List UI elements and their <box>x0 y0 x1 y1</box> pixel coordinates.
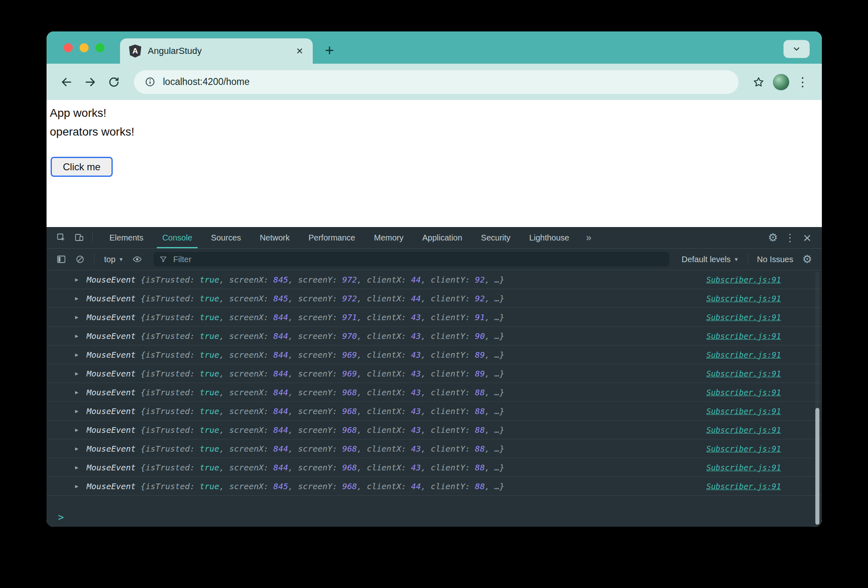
tab-sources[interactable]: Sources <box>202 227 250 248</box>
expand-triangle-icon[interactable]: ▶ <box>75 483 82 489</box>
log-preview: MouseEvent {isTrusted: true, screenX: 84… <box>87 369 702 379</box>
devtools-close-button[interactable]: × <box>799 229 815 246</box>
expand-triangle-icon[interactable]: ▶ <box>75 276 82 283</box>
bookmark-star-button[interactable] <box>749 73 768 91</box>
live-expression-button[interactable] <box>129 251 145 267</box>
browser-window: A AngularStudy × + localhost:4200/home <box>47 31 822 527</box>
source-link[interactable]: Subscriber.js:91 <box>706 369 781 378</box>
filter-funnel-icon <box>159 255 167 263</box>
click-me-button[interactable]: Click me <box>51 157 113 177</box>
source-link[interactable]: Subscriber.js:91 <box>706 350 781 359</box>
tab-title: AngularStudy <box>148 46 289 56</box>
console-log-row[interactable]: ▶ MouseEvent {isTrusted: true, screenX: … <box>47 477 822 496</box>
scrollbar-thumb[interactable] <box>815 408 819 525</box>
console-log-row[interactable]: ▶ MouseEvent {isTrusted: true, screenX: … <box>47 439 822 458</box>
console-log-list: ▶ MouseEvent {isTrusted: true, screenX: … <box>47 270 822 508</box>
source-link[interactable]: Subscriber.js:91 <box>706 444 781 453</box>
tab-elements[interactable]: Elements <box>100 227 153 248</box>
console-filter-box[interactable] <box>154 252 669 267</box>
expand-triangle-icon[interactable]: ▶ <box>75 445 82 452</box>
source-link[interactable]: Subscriber.js:91 <box>706 482 781 491</box>
window-minimize-button[interactable] <box>80 43 89 52</box>
console-log-row[interactable]: ▶ MouseEvent {isTrusted: true, screenX: … <box>47 308 822 327</box>
tab-console[interactable]: Console <box>153 227 201 248</box>
desktop-background: A AngularStudy × + localhost:4200/home <box>0 0 868 588</box>
log-levels-dropdown[interactable]: Default levels ▾ <box>677 255 742 264</box>
divider <box>92 232 93 243</box>
devtools-menu-button[interactable]: ⋮ <box>782 229 798 246</box>
log-preview: MouseEvent {isTrusted: true, screenX: 84… <box>87 444 702 454</box>
console-log-row[interactable]: ▶ MouseEvent {isTrusted: true, screenX: … <box>47 289 822 308</box>
forward-button[interactable] <box>81 73 100 91</box>
console-log-row[interactable]: ▶ MouseEvent {isTrusted: true, screenX: … <box>47 364 822 383</box>
execution-context-selector[interactable]: top ▾ <box>100 255 127 264</box>
context-label: top <box>104 255 116 264</box>
back-button[interactable] <box>57 73 76 91</box>
expand-triangle-icon[interactable]: ▶ <box>75 464 82 470</box>
tab-security[interactable]: Security <box>472 227 520 248</box>
new-tab-button[interactable]: + <box>319 40 340 61</box>
reload-button[interactable] <box>105 73 123 91</box>
expand-triangle-icon[interactable]: ▶ <box>75 333 82 339</box>
window-zoom-button[interactable] <box>96 43 105 52</box>
tab-application[interactable]: Application <box>413 227 472 248</box>
console-prompt[interactable]: > <box>47 508 822 527</box>
devtools-tabs: ElementsConsoleSourcesNetworkPerformance… <box>100 227 579 248</box>
console-log-row[interactable]: ▶ MouseEvent {isTrusted: true, screenX: … <box>47 421 822 439</box>
source-link[interactable]: Subscriber.js:91 <box>706 332 781 341</box>
source-link[interactable]: Subscriber.js:91 <box>706 463 781 472</box>
source-link[interactable]: Subscriber.js:91 <box>706 275 781 284</box>
expand-triangle-icon[interactable]: ▶ <box>75 314 82 320</box>
source-link[interactable]: Subscriber.js:91 <box>706 294 781 303</box>
source-link[interactable]: Subscriber.js:91 <box>706 313 781 322</box>
more-tabs-button[interactable]: » <box>580 232 597 243</box>
console-log-row[interactable]: ▶ MouseEvent {isTrusted: true, screenX: … <box>47 402 822 421</box>
device-toolbar-button[interactable] <box>71 229 87 246</box>
traffic-lights <box>64 43 105 52</box>
inspect-cursor-icon <box>56 233 66 243</box>
console-log-row[interactable]: ▶ MouseEvent {isTrusted: true, screenX: … <box>47 383 822 402</box>
sidebar-icon <box>56 254 66 264</box>
tab-close-icon[interactable]: × <box>296 45 304 57</box>
source-link[interactable]: Subscriber.js:91 <box>706 388 781 397</box>
tab-search-button[interactable] <box>783 40 810 58</box>
expand-triangle-icon[interactable]: ▶ <box>75 408 82 414</box>
eye-icon <box>132 254 142 264</box>
back-arrow-icon <box>60 76 73 88</box>
log-preview: MouseEvent {isTrusted: true, screenX: 84… <box>87 294 702 303</box>
tab-network[interactable]: Network <box>250 227 299 248</box>
console-log-row[interactable]: ▶ MouseEvent {isTrusted: true, screenX: … <box>47 327 822 345</box>
browser-menu-button[interactable]: ⋮ <box>794 75 811 89</box>
site-info-icon[interactable] <box>145 76 156 87</box>
window-close-button[interactable] <box>64 43 73 52</box>
source-link[interactable]: Subscriber.js:91 <box>706 425 781 434</box>
profile-avatar[interactable] <box>773 74 789 90</box>
console-log-row[interactable]: ▶ MouseEvent {isTrusted: true, screenX: … <box>47 345 822 364</box>
url-text: localhost:4200/home <box>163 76 249 87</box>
forward-arrow-icon <box>84 76 96 88</box>
console-toolbar: top ▾ Default levels ▾ No Issues ⚙ <box>47 249 822 270</box>
inspect-element-button[interactable] <box>53 229 69 246</box>
expand-triangle-icon[interactable]: ▶ <box>75 427 82 433</box>
address-bar[interactable]: localhost:4200/home <box>134 70 739 94</box>
tab-lighthouse[interactable]: Lighthouse <box>520 227 579 248</box>
console-sidebar-toggle[interactable] <box>53 251 69 267</box>
issues-counter[interactable]: No Issues <box>754 255 797 264</box>
devtools-settings-button[interactable]: ⚙ <box>765 229 781 246</box>
expand-triangle-icon[interactable]: ▶ <box>75 370 82 376</box>
tab-performance[interactable]: Performance <box>299 227 365 248</box>
log-preview: MouseEvent {isTrusted: true, screenX: 84… <box>87 350 702 360</box>
source-link[interactable]: Subscriber.js:91 <box>706 407 781 416</box>
expand-triangle-icon[interactable]: ▶ <box>75 389 82 395</box>
clear-console-button[interactable] <box>72 251 88 267</box>
console-log-row[interactable]: ▶ MouseEvent {isTrusted: true, screenX: … <box>47 458 822 477</box>
browser-tab[interactable]: A AngularStudy × <box>120 38 313 64</box>
tab-memory[interactable]: Memory <box>365 227 413 248</box>
console-log-row[interactable]: ▶ MouseEvent {isTrusted: true, screenX: … <box>47 270 822 289</box>
expand-triangle-icon[interactable]: ▶ <box>75 352 82 358</box>
console-settings-button[interactable]: ⚙ <box>799 251 815 267</box>
expand-triangle-icon[interactable]: ▶ <box>75 295 82 301</box>
filter-input[interactable] <box>172 254 663 265</box>
log-preview: MouseEvent {isTrusted: true, screenX: 84… <box>87 312 702 322</box>
log-preview: MouseEvent {isTrusted: true, screenX: 84… <box>87 463 702 472</box>
